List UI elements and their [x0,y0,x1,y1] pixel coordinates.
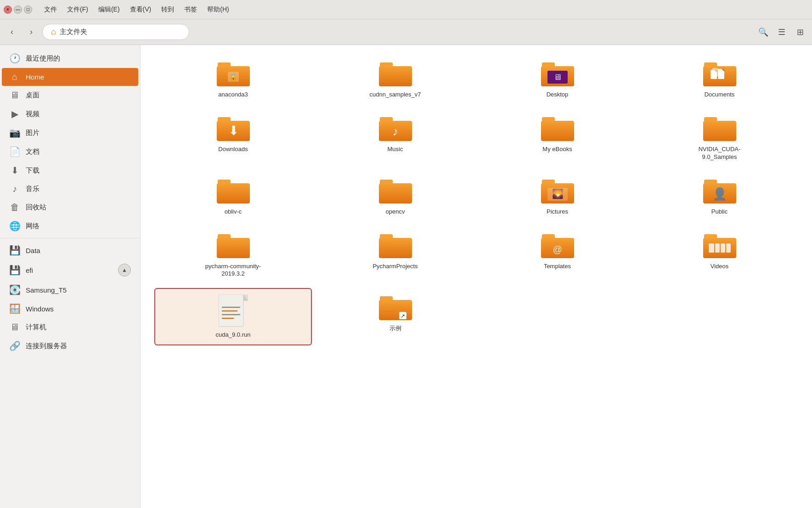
file-item-templates[interactable]: @Templates [479,226,636,276]
file-label: NVIDIA_CUDA-9.0_Samples [688,146,752,161]
svg-rect-42 [379,238,412,258]
sidebar-label-network: 网络 [26,222,39,231]
sidebar-item-documents[interactable]: 📄 文档 [2,142,138,161]
folder-icon [379,60,412,88]
file-label: Documents [705,91,735,99]
minimize-button[interactable]: — [14,6,22,14]
sidebar-item-music[interactable]: ♪ 音乐 [2,180,138,198]
minimize-icon: — [16,7,20,12]
file-item-public[interactable]: 👤Public [641,171,798,221]
sidebar-label-music: 音乐 [26,185,39,193]
maximize-button[interactable]: □ [24,6,32,14]
svg-text:♪: ♪ [392,124,398,138]
main-layout: 🕐 最近使用的 ⌂ Home 🖥 桌面 ▶ 视频 📷 图片 📄 文档 ⬇ 下载 … [0,45,812,508]
sidebar-label-desktop: 桌面 [26,91,39,100]
file-item-videos[interactable]: Videos [641,226,798,276]
file-item-cudnn-samples-v7[interactable]: cudnn_samples_v7 [316,54,474,104]
folder-icon [703,231,736,260]
sidebar-item-data[interactable]: 💾 Data [2,241,138,260]
menu-edit[interactable]: 编辑(E) [94,4,124,16]
file-item-documents[interactable]: Documents [641,54,798,104]
data-icon: 💾 [9,245,20,256]
forward-button[interactable]: › [23,24,39,40]
sidebar-item-pictures[interactable]: 📷 图片 [2,124,138,142]
efi-icon: 💾 [9,265,20,276]
sidebar-item-connect[interactable]: 🔗 连接到服务器 [2,337,138,355]
sidebar-label-connect: 连接到服务器 [26,342,67,350]
file-item-music[interactable]: ♪Music [316,109,474,159]
svg-text:🔒: 🔒 [229,72,238,81]
file-item-pycharmprojects[interactable]: PycharmProjects [316,226,474,276]
titlebar: × — □ 文件 文件(F) 编辑(E) 查看(V) 转到 书签 帮助(H) [0,0,812,19]
file-item-downloads[interactable]: ⬇Downloads [154,109,312,159]
folder-icon [541,114,574,143]
sidebar-item-home[interactable]: ⌂ Home [2,68,138,86]
file-label: Videos [710,263,729,271]
close-button[interactable]: × [4,6,12,14]
back-button[interactable]: ‹ [4,24,20,40]
svg-text:🖥: 🖥 [553,73,562,82]
svg-rect-51 [726,243,731,253]
menu-goto[interactable]: 转到 [157,4,179,16]
sidebar-item-network[interactable]: 🌐 网络 [2,217,138,235]
svg-rect-48 [709,243,714,253]
file-label: Public [711,208,727,216]
menu-view[interactable]: 查看(V) [125,4,156,16]
sidebar-label-windows: Windows [26,305,54,313]
file-label: Music [388,146,403,153]
folder-icon [703,114,736,143]
file-item-pycharm-community-2019-3-2[interactable]: pycharm-community-2019.3.2 [154,226,312,284]
menu-bookmarks[interactable]: 书签 [180,4,202,16]
home-icon: ⌂ [51,27,56,37]
file-item-cuda-9-0-run[interactable]: cuda_9.0.run [154,288,312,345]
sidebar-label-data: Data [26,247,40,254]
windows-icon: 🪟 [9,303,20,314]
menu-file-f[interactable]: 文件(F) [62,4,93,16]
file-item-anaconda3[interactable]: 🔒anaconda3 [154,54,312,104]
sidebar-label-recent: 最近使用的 [26,54,60,63]
close-icon: × [6,7,9,12]
file-item-obliv-c[interactable]: obliv-c [154,171,312,221]
sidebar-label-documents: 文档 [26,147,39,156]
list-view-button[interactable]: ☰ [773,24,790,40]
sidebar-item-trash[interactable]: 🗑 回收站 [2,198,138,216]
sidebar-label-home: Home [26,73,44,81]
menu-file[interactable]: 文件 [39,4,62,16]
folder-icon [217,231,250,260]
search-button[interactable]: 🔍 [755,24,772,40]
folder-icon [703,60,736,88]
eject-efi-button[interactable]: ▲ [118,264,131,277]
computer-icon: 🖥 [9,322,20,333]
svg-rect-25 [541,121,574,141]
sidebar-item-windows[interactable]: 🪟 Windows [2,299,138,318]
file-label: PycharmProjects [372,263,417,271]
file-item-opencv[interactable]: opencv [316,171,474,221]
file-label: opencv [386,208,405,216]
file-label: My eBooks [542,146,572,153]
breadcrumb[interactable]: ⌂ 主文件夹 [42,24,189,40]
clock-icon: 🕐 [9,53,20,64]
svg-rect-17 [712,68,718,76]
sidebar-item-samsung[interactable]: 💽 Samsung_T5 [2,281,138,299]
file-item-my-ebooks[interactable]: My eBooks [479,109,636,159]
trash-icon: 🗑 [9,202,20,213]
file-label: 示例 [389,325,401,333]
sidebar-item-recent[interactable]: 🕐 最近使用的 [2,49,138,68]
sidebar-item-desktop[interactable]: 🖥 桌面 [2,86,138,104]
toolbar-right: 🔍 ☰ ⊞ [755,24,808,40]
sidebar-item-downloads[interactable]: ⬇ 下载 [2,161,138,180]
menu-help[interactable]: 帮助(H) [203,4,233,16]
file-item-nvidia-cuda-9-0-samples[interactable]: NVIDIA_CUDA-9.0_Samples [641,109,798,167]
sidebar-label-videos: 视频 [26,110,39,119]
grid-view-button[interactable]: ⊞ [792,24,808,40]
sidebar-item-efi[interactable]: 💾 efi ▲ [2,260,138,280]
sidebar-item-videos[interactable]: ▶ 视频 [2,105,138,123]
svg-rect-5 [379,66,412,86]
file-item-pictures[interactable]: 🌄Pictures [479,171,636,221]
file-item-desktop[interactable]: 🖥Desktop [479,54,636,104]
file-label: pycharm-community-2019.3.2 [201,263,265,278]
svg-text:@: @ [553,244,562,254]
file-item---[interactable]: ↗示例 [316,288,474,338]
folder-icon: @ [541,231,574,260]
sidebar-item-computer[interactable]: 🖥 计算机 [2,318,138,336]
